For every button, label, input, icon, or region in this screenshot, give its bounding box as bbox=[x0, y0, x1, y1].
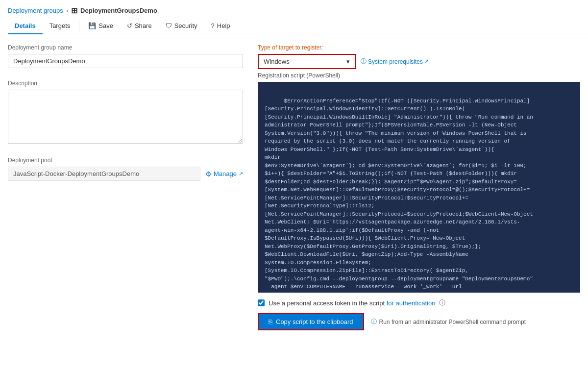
breadcrumb-current-label: DeploymentGroupsDemo bbox=[80, 7, 157, 14]
pool-label: Deployment pool bbox=[8, 157, 243, 164]
chevron-down-icon: ▾ bbox=[346, 58, 350, 65]
type-select-value: Windows bbox=[264, 58, 290, 65]
breadcrumb-current: ⊞ DeploymentGroupsDemo bbox=[71, 6, 157, 15]
help-icon: ? bbox=[211, 22, 215, 29]
manage-link[interactable]: ⚙ Manage ↗ bbox=[205, 170, 243, 178]
type-select[interactable]: Windows ▾ bbox=[258, 54, 356, 69]
sys-prereq-link[interactable]: ⓘ System prerequisites ↗ bbox=[361, 57, 429, 66]
pool-input bbox=[8, 167, 200, 181]
nav-targets[interactable]: Targets bbox=[43, 18, 77, 34]
gear-icon: ⚙ bbox=[205, 170, 212, 178]
nav-security-label: Security bbox=[174, 22, 197, 29]
name-label: Deployment group name bbox=[8, 44, 243, 51]
nav-details-label: Details bbox=[15, 22, 36, 29]
right-panel: Type of target to register: Windows ▾ ⓘ … bbox=[258, 44, 580, 330]
script-content: $ErrorActionPreference="Stop";If(-NOT ([… bbox=[265, 98, 533, 293]
external-link-icon2: ↗ bbox=[424, 58, 429, 65]
select-row: Windows ▾ ⓘ System prerequisites ↗ bbox=[258, 54, 580, 69]
breadcrumb-bar: Deployment groups › ⊞ DeploymentGroupsDe… bbox=[0, 0, 588, 18]
nav-share-label: Share bbox=[135, 22, 152, 29]
sys-prereq-label: System prerequisites bbox=[368, 58, 423, 65]
external-link-icon: ↗ bbox=[239, 171, 243, 177]
nav-help[interactable]: ? Help bbox=[204, 18, 237, 34]
breadcrumb-separator: › bbox=[66, 7, 68, 14]
name-input[interactable] bbox=[8, 54, 243, 68]
reg-label: Registration script (PowerShell) bbox=[258, 72, 580, 79]
main-content: Deployment group name Description Deploy… bbox=[0, 34, 588, 340]
copy-icon: ⎘ bbox=[269, 318, 272, 325]
nav-divider bbox=[79, 20, 79, 32]
auth-info-icon: ⓘ bbox=[439, 298, 445, 307]
type-label: Type of target to register: bbox=[258, 44, 580, 51]
desc-section: Description bbox=[8, 80, 243, 145]
nav-save-label: Save bbox=[98, 22, 113, 29]
checkbox-text-before: Use a personal access token in the scrip… bbox=[269, 299, 385, 307]
nav-details[interactable]: Details bbox=[8, 18, 43, 34]
run-info-icon: ⓘ bbox=[371, 318, 377, 326]
name-section: Deployment group name bbox=[8, 44, 243, 68]
breadcrumb-parent[interactable]: Deployment groups bbox=[8, 7, 63, 14]
security-icon: 🛡 bbox=[166, 22, 172, 29]
info-icon: ⓘ bbox=[361, 57, 367, 66]
checkbox-text-link: for authentication bbox=[387, 299, 436, 307]
checkbox-row: Use a personal access token in the scrip… bbox=[258, 298, 580, 307]
pool-section: Deployment pool ⚙ Manage ↗ bbox=[8, 157, 243, 181]
token-link[interactable]: for authentication bbox=[387, 299, 436, 307]
token-checkbox[interactable] bbox=[258, 299, 265, 306]
nav-help-label: Help bbox=[217, 22, 230, 29]
desc-label: Description bbox=[8, 80, 243, 87]
manage-label: Manage bbox=[214, 170, 237, 177]
nav-bar: Details Targets 💾 Save ↺ Share 🛡 Securit… bbox=[0, 18, 588, 34]
checkbox-label: Use a personal access token in the scrip… bbox=[269, 299, 435, 307]
nav-security[interactable]: 🛡 Security bbox=[159, 18, 204, 34]
run-note-text: Run from an administrator PowerShell com… bbox=[379, 319, 526, 325]
nav-targets-label: Targets bbox=[49, 22, 71, 29]
copy-btn-label: Copy script to the clipboard bbox=[276, 318, 353, 325]
action-row: ⎘ Copy script to the clipboard ⓘ Run fro… bbox=[258, 313, 580, 330]
left-panel: Deployment group name Description Deploy… bbox=[8, 44, 243, 330]
nav-save[interactable]: 💾 Save bbox=[81, 18, 120, 34]
pool-row: ⚙ Manage ↗ bbox=[8, 167, 243, 181]
nav-share[interactable]: ↺ Share bbox=[120, 18, 159, 34]
desc-input[interactable] bbox=[8, 90, 243, 144]
share-icon: ↺ bbox=[127, 22, 132, 29]
save-icon: 💾 bbox=[88, 22, 96, 29]
copy-script-button[interactable]: ⎘ Copy script to the clipboard bbox=[258, 313, 364, 330]
run-note: ⓘ Run from an administrator PowerShell c… bbox=[371, 318, 526, 326]
script-box: $ErrorActionPreference="Stop";If(-NOT ([… bbox=[258, 82, 580, 293]
deployment-group-icon: ⊞ bbox=[71, 6, 77, 15]
